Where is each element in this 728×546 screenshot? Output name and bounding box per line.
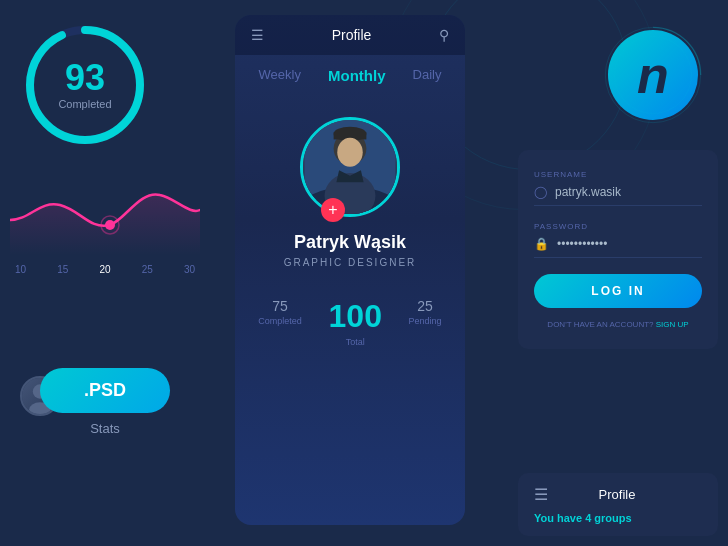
circular-text: 93 Completed bbox=[58, 60, 111, 110]
circular-progress-widget: 93 Completed bbox=[20, 20, 150, 150]
mini-menu-icon[interactable]: ☰ bbox=[534, 485, 548, 504]
password-field: PASSWORD 🔒 •••••••••••• bbox=[534, 222, 702, 258]
mini-groups-count: 4 bbox=[585, 512, 591, 524]
tab-daily[interactable]: Daily bbox=[413, 67, 442, 84]
login-button[interactable]: LOG IN bbox=[534, 274, 702, 308]
username-field: USERNAME ◯ patryk.wasik bbox=[534, 170, 702, 206]
stat-pending-label: Pending bbox=[409, 316, 442, 326]
chart-labels: 10 15 20 25 30 bbox=[10, 264, 200, 275]
profile-header: ☰ Profile ⚲ bbox=[235, 15, 465, 55]
profile-card: ☰ Profile ⚲ Weekly Monthly Daily bbox=[235, 15, 465, 525]
stat-total: 100 Total bbox=[329, 298, 382, 347]
svg-point-2 bbox=[105, 220, 115, 230]
svg-point-11 bbox=[337, 138, 362, 167]
username-label: USERNAME bbox=[534, 170, 702, 179]
stat-total-label: Total bbox=[329, 337, 382, 347]
chart-label-30: 30 bbox=[184, 264, 195, 275]
login-widget: USERNAME ◯ patryk.wasik PASSWORD 🔒 •••••… bbox=[518, 150, 718, 349]
signup-prompt: DON'T HAVE AN ACCOUNT? SIGN UP bbox=[534, 320, 702, 329]
circular-label: Completed bbox=[58, 98, 111, 110]
stat-completed-label: Completed bbox=[258, 316, 302, 326]
password-label: PASSWORD bbox=[534, 222, 702, 231]
search-icon[interactable]: ⚲ bbox=[439, 27, 449, 43]
mini-groups-prefix: You have bbox=[534, 512, 582, 524]
chart-label-15: 15 bbox=[57, 264, 68, 275]
stat-pending-number: 25 bbox=[409, 298, 442, 314]
password-value: •••••••••••• bbox=[557, 237, 607, 251]
chart-label-10: 10 bbox=[15, 264, 26, 275]
profile-tabs: Weekly Monthly Daily bbox=[235, 55, 465, 92]
logo-widget: n bbox=[593, 15, 713, 135]
mini-profile-title: Profile bbox=[599, 487, 636, 502]
mini-groups-suffix: groups bbox=[594, 512, 631, 524]
psd-button[interactable]: .PSD bbox=[40, 368, 170, 413]
add-button[interactable]: + bbox=[321, 198, 345, 222]
password-input-wrap[interactable]: 🔒 •••••••••••• bbox=[534, 237, 702, 258]
username-value: patryk.wasik bbox=[555, 185, 621, 199]
username-input-wrap[interactable]: ◯ patryk.wasik bbox=[534, 185, 702, 206]
profile-role: GRAPHIC DESIGNER bbox=[235, 257, 465, 268]
signup-link[interactable]: SIGN UP bbox=[656, 320, 689, 329]
line-chart-widget: 10 15 20 25 30 bbox=[10, 170, 200, 300]
psd-stats-label: Stats bbox=[40, 421, 170, 436]
profile-header-title: Profile bbox=[264, 27, 439, 43]
circular-number: 93 bbox=[58, 60, 111, 96]
tab-weekly[interactable]: Weekly bbox=[259, 67, 301, 84]
chart-svg bbox=[10, 170, 200, 255]
user-icon: ◯ bbox=[534, 185, 547, 199]
menu-icon[interactable]: ☰ bbox=[251, 27, 264, 43]
profile-mini-widget: ☰ Profile You have 4 groups bbox=[518, 473, 718, 536]
stat-completed: 75 Completed bbox=[258, 298, 302, 347]
chart-label-25: 25 bbox=[142, 264, 153, 275]
tab-monthly[interactable]: Monthly bbox=[328, 67, 386, 84]
stat-total-number: 100 bbox=[329, 298, 382, 335]
logo-ring-svg bbox=[598, 20, 708, 130]
person-svg bbox=[303, 120, 397, 214]
profile-circle bbox=[300, 117, 400, 217]
chart-label-20: 20 bbox=[99, 264, 110, 275]
stat-pending: 25 Pending bbox=[409, 298, 442, 347]
profile-name: Patryk Wąsik bbox=[235, 232, 465, 253]
mini-header: ☰ Profile bbox=[534, 485, 702, 504]
svg-point-14 bbox=[615, 37, 692, 114]
lock-icon: 🔒 bbox=[534, 237, 549, 251]
stat-completed-number: 75 bbox=[258, 298, 302, 314]
signup-text: DON'T HAVE AN ACCOUNT? bbox=[547, 320, 653, 329]
profile-image-area: + bbox=[235, 102, 465, 217]
mini-groups-text: You have 4 groups bbox=[534, 512, 702, 524]
profile-stats: 75 Completed 100 Total 25 Pending bbox=[235, 298, 465, 347]
profile-avatar bbox=[303, 120, 397, 214]
